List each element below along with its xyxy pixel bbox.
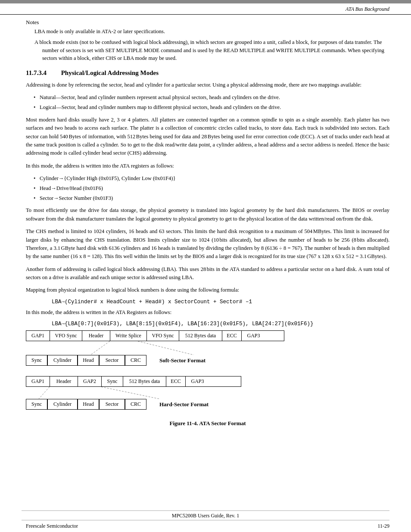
figure-caption: Figure 11-4. ATA Sector Format: [26, 420, 389, 427]
ss-sub-crc: CRC: [125, 355, 146, 366]
ss-512-bytes: 512 Bytes data: [179, 331, 222, 341]
hs-header: Header: [50, 376, 78, 386]
hard-sector-sub-row-wrap: Sync Cylinder Head Sector CRC Hard-Secto…: [26, 399, 389, 410]
para-6: Another form of addressing is called log…: [26, 265, 389, 282]
hs-sub-sector: Sector: [99, 399, 125, 410]
soft-sector-connector-svg: [26, 341, 327, 355]
soft-sector-diagram: GAP1 VFO Sync Header Write Splice VFO Sy…: [26, 330, 389, 366]
hard-sector-diagram: GAP1 Header GAP2 Sync 512 Bytes data ECC…: [26, 376, 389, 410]
hard-sector-connector: [26, 387, 327, 399]
footer-left: Freescale Semiconductor: [26, 523, 78, 529]
note-1: LBA mode is only available in ATA-2 or l…: [34, 28, 389, 36]
bullet-2-2: Head→Drive/Head (0x01F6): [34, 184, 389, 193]
para-3: In this mode, the address is written int…: [26, 162, 389, 170]
footer-right: 11-29: [377, 523, 389, 529]
hs-ecc: ECC: [166, 376, 186, 386]
ss-sub-head: Head: [78, 355, 99, 366]
bullet-list-2: Cylinder→{Cylinder High (0x01F5), Cylind…: [34, 174, 389, 202]
svg-line-1: [138, 341, 194, 355]
notes-label: Notes: [26, 19, 389, 26]
hs-sub-cylinder: Cylinder: [47, 399, 78, 410]
hard-sector-label: Hard-Sector Format: [159, 401, 209, 408]
ss-write-splice: Write Splice: [110, 331, 147, 341]
notes-list: LBA mode is only available in ATA-2 or l…: [26, 28, 389, 62]
note-2: A block mode exists (not to be confused …: [34, 38, 389, 62]
hard-sector-top-row: GAP1 Header GAP2 Sync 512 Bytes data ECC…: [26, 376, 241, 387]
ss-ecc: ECC: [222, 331, 242, 341]
page-header: ATA Bus Background: [0, 3, 411, 15]
ss-vfo-sync2: VFO Sync: [147, 331, 179, 341]
para-2: Most modern hard disks usually have 2, 3…: [26, 116, 389, 158]
bullet-2-3: Sector→Sector Number (0x01F3): [34, 194, 389, 202]
bullet-2-1: Cylinder→{Cylinder High (0x01F5), Cylind…: [34, 174, 389, 183]
hs-sub-sync: Sync: [26, 399, 47, 410]
hard-sector-connector-svg: [26, 387, 327, 399]
hs-gap2: GAP2: [78, 376, 102, 386]
section-heading: 11.7.3.4 Physical/Logical Addressing Mod…: [26, 69, 389, 77]
hs-gap1: GAP1: [26, 376, 50, 386]
content-area: Notes LBA mode is only available in ATA-…: [0, 15, 411, 440]
formula-1: LBA→(Cylinder# x HeadCount + Head#) x Se…: [52, 299, 389, 305]
soft-sector-connector: [26, 341, 327, 355]
ss-gap3: GAP3: [242, 331, 265, 341]
top-bar: [0, 0, 411, 3]
para-1: Addressing is done by referencing the se…: [26, 81, 389, 89]
notes-section: Notes LBA mode is only available in ATA-…: [26, 19, 389, 62]
svg-line-3: [101, 387, 159, 399]
formula-2: LBA→{LBA[0:7](0x01F3), LBA[8:15](0x01F4)…: [52, 321, 389, 327]
ss-sub-cylinder: Cylinder: [47, 355, 78, 366]
soft-sector-label: Soft-Sector Format: [159, 357, 206, 364]
footer-area: MPC5200B Users Guide, Rev. 1 Freescale S…: [0, 510, 411, 532]
ss-sub-sector: Sector: [99, 355, 125, 366]
hs-512-bytes: 512 Bytes data: [123, 376, 166, 386]
hs-sub-head: Head: [78, 399, 99, 410]
bullet-list-1: Natural—Sector, head and cylinder number…: [34, 93, 389, 112]
soft-sector-sub-row: Sync Cylinder Head Sector CRC: [26, 355, 146, 366]
header-title: ATA Bus Background: [346, 6, 389, 12]
soft-sector-sub-row-wrap: Sync Cylinder Head Sector CRC Soft-Secto…: [26, 355, 389, 366]
bullet-1-2: Logical—Sector, head and cylinder number…: [34, 103, 389, 112]
footer-center: MPC5200B Users Guide, Rev. 1: [22, 510, 389, 520]
page: ATA Bus Background Notes LBA mode is onl…: [0, 0, 411, 532]
svg-line-0: [90, 341, 110, 355]
ss-vfo-sync1: VFO Sync: [50, 331, 82, 341]
para-4: To most efficiently use the drive for da…: [26, 206, 389, 223]
svg-line-2: [39, 387, 50, 399]
hard-sector-sub-row: Sync Cylinder Head Sector CRC: [26, 399, 146, 410]
ss-gap1: GAP1: [26, 331, 50, 341]
bullet-1-1: Natural—Sector, head and cylinder number…: [34, 93, 389, 102]
ss-sub-sync: Sync: [26, 355, 47, 366]
footer: Freescale Semiconductor 11-29: [0, 520, 411, 532]
ss-header: Header: [82, 331, 110, 341]
soft-sector-top-row: GAP1 VFO Sync Header Write Splice VFO Sy…: [26, 330, 284, 341]
para-8: In this mode, the address is written in …: [26, 308, 389, 317]
para-5: The CHS method is limited to 1024 cylind…: [26, 227, 389, 261]
hs-gap3: GAP3: [186, 376, 209, 386]
hs-sync: Sync: [102, 376, 123, 386]
para-7: Mapping from physical organization to lo…: [26, 286, 389, 294]
hs-sub-crc: CRC: [125, 399, 146, 410]
